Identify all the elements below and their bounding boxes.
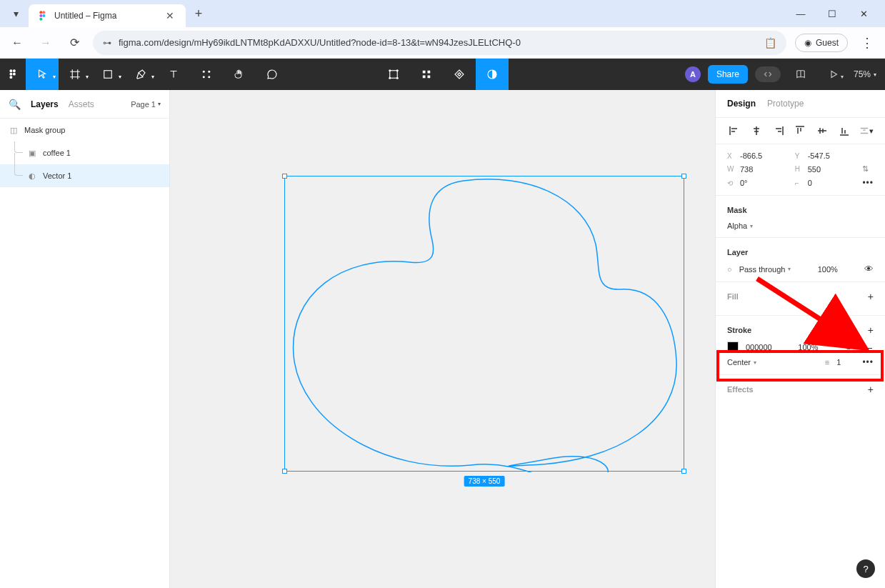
nav-reload-button[interactable]: ⟳ bbox=[64, 33, 84, 53]
mask-title: Mask bbox=[727, 206, 874, 214]
browser-tab[interactable]: Untitled – Figma ✕ bbox=[29, 4, 186, 27]
new-tab-button[interactable]: + bbox=[189, 4, 209, 24]
opacity-field[interactable]: 100% bbox=[818, 265, 838, 274]
text-tool-button[interactable] bbox=[157, 59, 190, 90]
mask-diamond-icon bbox=[453, 68, 466, 81]
hand-tool-button[interactable] bbox=[223, 59, 256, 90]
tab-prototype[interactable]: Prototype bbox=[767, 99, 804, 109]
height-field[interactable]: H550 bbox=[795, 165, 860, 174]
svg-rect-7 bbox=[10, 73, 13, 76]
svg-point-18 bbox=[389, 77, 391, 79]
assets-tab[interactable]: Assets bbox=[69, 99, 94, 109]
stroke-advanced-icon[interactable]: ••• bbox=[862, 357, 874, 367]
pen-tool-button[interactable]: ▾ bbox=[124, 59, 157, 90]
frame-tool-button[interactable]: ▾ bbox=[59, 59, 91, 90]
align-right-icon[interactable] bbox=[771, 124, 786, 138]
x-field[interactable]: X-866.5 bbox=[727, 151, 792, 160]
user-avatar[interactable]: A bbox=[685, 66, 701, 82]
stroke-opacity-field[interactable]: 100% bbox=[798, 343, 818, 352]
comment-tool-button[interactable] bbox=[256, 59, 289, 90]
help-button[interactable]: ? bbox=[856, 559, 875, 578]
width-field[interactable]: W738 bbox=[727, 165, 792, 174]
effects-title: Effects bbox=[727, 385, 874, 394]
corner-radius-field[interactable]: ⌐0 bbox=[795, 179, 860, 187]
align-top-icon[interactable] bbox=[793, 124, 807, 138]
layer-mask-group[interactable]: ◫ Mask group bbox=[0, 119, 169, 141]
align-left-icon[interactable] bbox=[727, 124, 741, 138]
selection-bounds[interactable]: 738 × 550 bbox=[284, 176, 684, 472]
svg-point-2 bbox=[39, 14, 42, 17]
window-maximize-button[interactable]: ☐ bbox=[824, 9, 841, 19]
transform-section: X-866.5 Y-547.5 W738 H550 ⇅ ⟲0° ⌐0 ••• bbox=[716, 144, 885, 196]
mask-button[interactable] bbox=[443, 59, 476, 90]
fill-title: Fill bbox=[727, 292, 874, 301]
mask-type-dropdown[interactable]: Alpha▾ bbox=[727, 221, 874, 230]
y-field[interactable]: Y-547.5 bbox=[795, 151, 860, 160]
align-vcenter-icon[interactable] bbox=[815, 124, 829, 138]
window-close-button[interactable]: ✕ bbox=[855, 9, 872, 19]
resources-button[interactable] bbox=[190, 59, 223, 90]
present-button[interactable]: ▾ bbox=[821, 59, 846, 90]
layer-vector-1[interactable]: ◐ Vector 1 bbox=[0, 164, 169, 187]
tab-search-button[interactable]: ▾ bbox=[6, 4, 26, 24]
tab-title: Untitled – Figma bbox=[54, 11, 157, 21]
component-button[interactable] bbox=[410, 59, 443, 90]
blend-icon[interactable]: ○ bbox=[727, 265, 732, 274]
browser-menu-button[interactable]: ⋮ bbox=[856, 35, 878, 51]
rotation-field[interactable]: ⟲0° bbox=[727, 179, 792, 187]
layer-title: Layer bbox=[727, 248, 874, 256]
move-tool-button[interactable]: ▾ bbox=[26, 59, 59, 90]
visibility-toggle-icon[interactable]: 👁 bbox=[864, 264, 874, 274]
remove-stroke-icon[interactable]: — bbox=[861, 342, 874, 353]
svg-rect-10 bbox=[104, 71, 112, 79]
site-info-icon[interactable]: ⊶ bbox=[103, 38, 111, 48]
clipboard-icon[interactable]: 📋 bbox=[764, 37, 776, 49]
layer-coffee-1[interactable]: ▣ coffee 1 bbox=[0, 141, 169, 164]
window-minimize-button[interactable]: — bbox=[792, 9, 809, 19]
svg-rect-21 bbox=[427, 71, 430, 74]
share-button[interactable]: Share bbox=[708, 65, 748, 84]
library-button[interactable] bbox=[788, 59, 814, 90]
add-fill-button[interactable]: + bbox=[868, 291, 874, 302]
comment-icon bbox=[266, 68, 279, 81]
align-bottom-icon[interactable] bbox=[837, 124, 851, 138]
svg-rect-9 bbox=[10, 76, 13, 79]
browser-tabbar: ▾ Untitled – Figma ✕ + — ☐ ✕ bbox=[0, 0, 885, 27]
rectangle-icon bbox=[101, 68, 114, 81]
canvas[interactable]: 738 × 550 bbox=[170, 90, 715, 588]
tab-design[interactable]: Design bbox=[727, 99, 756, 109]
align-hcenter-icon[interactable] bbox=[749, 124, 764, 138]
page-selector[interactable]: Page 1▾ bbox=[131, 100, 161, 109]
stroke-weight-field[interactable]: 1 bbox=[836, 358, 841, 367]
add-effect-button[interactable]: + bbox=[868, 384, 874, 395]
zoom-control[interactable]: 75%▾ bbox=[854, 69, 876, 79]
blend-mode-dropdown[interactable]: Pass through▾ bbox=[739, 265, 791, 274]
dev-mode-toggle[interactable] bbox=[755, 66, 781, 82]
contrast-icon bbox=[486, 68, 499, 81]
search-icon[interactable]: 🔍 bbox=[9, 99, 21, 110]
layer-label: Vector 1 bbox=[43, 171, 71, 180]
shape-tool-button[interactable]: ▾ bbox=[91, 59, 124, 90]
stroke-visibility-icon[interactable]: 👁 bbox=[844, 342, 854, 353]
stroke-align-dropdown[interactable]: Center▾ bbox=[727, 358, 756, 367]
nav-forward-button[interactable]: → bbox=[36, 33, 56, 53]
constrain-proportions-icon[interactable]: ⇅ bbox=[862, 164, 874, 174]
layers-tab[interactable]: Layers bbox=[31, 99, 59, 109]
stroke-swatch[interactable] bbox=[727, 342, 739, 353]
edit-object-button[interactable] bbox=[377, 59, 410, 90]
stroke-styles-icon[interactable]: ∷ bbox=[851, 326, 856, 336]
url-bar[interactable]: ⊶ figma.com/design/mHy69ikdLNTMt8pKdADXX… bbox=[93, 31, 786, 55]
tab-close-icon[interactable]: ✕ bbox=[163, 10, 177, 21]
dev-icon bbox=[762, 69, 774, 79]
profile-guest-chip[interactable]: ◉ Guest bbox=[795, 34, 848, 52]
svg-rect-6 bbox=[13, 69, 16, 72]
figma-menu-button[interactable] bbox=[0, 59, 26, 90]
more-options-icon[interactable]: ••• bbox=[862, 178, 874, 188]
distribute-icon[interactable]: ▾ bbox=[859, 124, 874, 138]
stroke-color-field[interactable]: 000000 bbox=[746, 343, 772, 352]
svg-point-11 bbox=[203, 71, 205, 73]
contrast-icon: ◐ bbox=[27, 171, 37, 181]
boolean-button[interactable] bbox=[476, 59, 509, 90]
nav-back-button[interactable]: ← bbox=[7, 33, 27, 53]
add-stroke-button[interactable]: + bbox=[868, 324, 874, 336]
